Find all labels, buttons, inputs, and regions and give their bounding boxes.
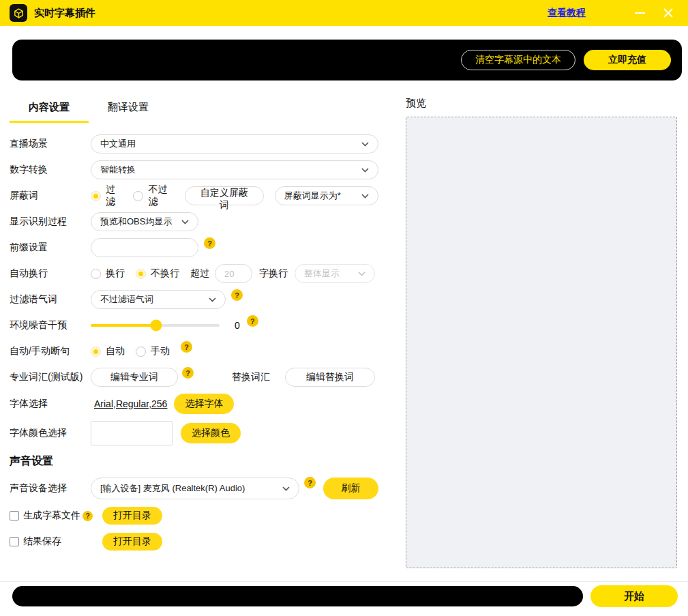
status-display-pill	[12, 586, 583, 606]
live-scene-label: 直播场景	[10, 138, 91, 150]
open-subtitle-dir-button[interactable]: 打开目录	[102, 507, 162, 525]
live-scene-select[interactable]: 中文通用	[91, 134, 378, 153]
sound-device-select[interactable]: [输入设备] 麦克风 (Realtek(R) Audio)	[91, 478, 299, 499]
clear-subtitle-source-button[interactable]: 清空字幕源中的文本	[461, 50, 575, 70]
settings-tabs: 内容设置 翻译设置	[10, 97, 378, 123]
noise-slider-fill	[91, 324, 156, 327]
manual-punctuation-radio[interactable]: 手动	[136, 345, 170, 357]
font-color-input[interactable]	[91, 421, 173, 445]
subtitle-file-row: 生成字幕文件 打开目录	[10, 505, 378, 526]
auto-wrap-row: 自动换行 换行 不换行 超过 字换行 整体显示	[10, 263, 378, 284]
font-color-row: 字体颜色选择 选择颜色	[10, 420, 378, 446]
close-button[interactable]	[658, 3, 678, 23]
punctuation-label: 自动/手动断句	[10, 345, 91, 357]
preview-heading: 预览	[406, 97, 678, 110]
number-convert-select[interactable]: 智能转换	[91, 160, 378, 179]
open-result-dir-button[interactable]: 打开目录	[102, 533, 162, 551]
punctuation-help-icon[interactable]	[181, 341, 192, 353]
footer-bar: 开始	[0, 581, 688, 616]
blocked-words-label: 屏蔽词	[10, 190, 91, 202]
pro-vocab-help-icon[interactable]	[182, 367, 194, 379]
show-process-select[interactable]: 预览和OBS均显示	[91, 212, 198, 231]
sound-device-help-icon[interactable]	[304, 477, 316, 488]
chars-wrap-label: 字换行	[259, 267, 288, 280]
wrap-radio[interactable]: 换行	[91, 267, 125, 280]
punctuation-row: 自动/手动断句 自动 手动	[10, 341, 378, 362]
noise-row: 环境噪音干预 0	[10, 315, 378, 336]
choose-font-button[interactable]: 选择字体	[174, 394, 234, 414]
show-process-value: 预览和OBS均显示	[100, 216, 172, 228]
filler-words-row: 过滤语气词 不过滤语气词	[10, 289, 378, 310]
preview-area	[406, 117, 677, 568]
prefix-row: 前缀设置	[10, 237, 378, 258]
app-title: 实时字幕插件	[34, 7, 95, 20]
auto-punctuation-radio[interactable]: 自动	[91, 345, 125, 357]
cube-icon	[13, 8, 25, 19]
prefix-help-icon[interactable]	[204, 237, 215, 249]
tab-translation-settings[interactable]: 翻译设置	[89, 97, 168, 123]
blocked-display-as-value: 屏蔽词显示为*	[284, 190, 341, 202]
chevron-down-icon	[181, 220, 189, 224]
close-icon	[663, 8, 673, 18]
edit-replace-vocab-button[interactable]: 编辑替换词	[285, 368, 375, 387]
noise-value: 0	[235, 320, 240, 331]
number-convert-label: 数字转换	[10, 164, 91, 176]
font-select-label: 字体选择	[10, 398, 91, 410]
app-window: 实时字幕插件 查看教程 清空字幕源中的文本 立即充值 内容设置 翻译设置 直播场…	[0, 0, 688, 616]
noise-slider[interactable]	[91, 324, 220, 327]
choose-color-button[interactable]: 选择颜色	[181, 423, 241, 443]
custom-blocked-words-button[interactable]: 自定义屏蔽词	[185, 186, 264, 205]
minimize-button[interactable]	[629, 3, 650, 23]
blocked-filter-radio[interactable]: 过滤	[91, 184, 122, 208]
chevron-down-icon	[282, 486, 290, 491]
sound-device-label: 声音设备选择	[10, 482, 91, 495]
font-color-label: 字体颜色选择	[10, 427, 91, 439]
show-process-row: 显示识别过程 预览和OBS均显示	[10, 211, 378, 232]
number-convert-value: 智能转换	[100, 164, 136, 176]
titlebar: 实时字幕插件 查看教程	[0, 0, 688, 26]
filler-words-select[interactable]: 不过滤语气词	[91, 290, 226, 309]
start-button[interactable]: 开始	[590, 585, 678, 607]
settings-column: 内容设置 翻译设置 直播场景 中文通用 数字转换 智能转换	[10, 80, 378, 581]
tab-content-settings[interactable]: 内容设置	[10, 97, 89, 123]
subtitle-file-checkbox[interactable]	[10, 511, 19, 520]
pro-vocab-label: 专业词汇(测试版)	[10, 371, 91, 383]
replace-vocab-label: 替换词汇	[232, 371, 270, 383]
prefix-input[interactable]	[91, 238, 198, 257]
recharge-button[interactable]: 立即充值	[584, 50, 671, 70]
noise-help-icon[interactable]	[247, 315, 258, 327]
subtitle-file-help-icon[interactable]	[83, 511, 93, 521]
subtitle-file-check-group: 生成字幕文件	[10, 510, 93, 522]
live-scene-row: 直播场景 中文通用	[10, 134, 378, 154]
edit-pro-vocab-button[interactable]: 编辑专业词	[91, 368, 178, 387]
radio-unchecked-icon	[91, 269, 101, 279]
wrap-display-mode-value: 整体显示	[304, 267, 340, 280]
subtitle-file-label: 生成字幕文件	[23, 510, 80, 522]
chevron-down-icon	[361, 194, 369, 199]
radio-unchecked-icon	[136, 347, 146, 357]
filler-words-help-icon[interactable]	[231, 289, 243, 301]
chevron-down-icon	[209, 297, 216, 302]
chevron-down-icon	[361, 168, 369, 173]
current-font-link[interactable]: Arial,Regular,256	[94, 398, 167, 409]
no-wrap-radio[interactable]: 不换行	[136, 267, 179, 280]
result-save-checkbox[interactable]	[10, 537, 19, 546]
refresh-devices-button[interactable]: 刷新	[323, 478, 378, 499]
result-save-label: 结果保存	[23, 536, 61, 548]
radio-checked-icon	[91, 347, 101, 357]
chevron-down-icon	[361, 142, 369, 147]
sound-device-row: 声音设备选择 [输入设备] 麦克风 (Realtek(R) Audio) 刷新	[10, 477, 378, 500]
wrap-count-input[interactable]	[215, 264, 252, 283]
pro-vocab-row: 专业词汇(测试版) 编辑专业词 替换词汇 编辑替换词	[10, 367, 378, 387]
radio-checked-icon	[91, 191, 101, 201]
filler-words-value: 不过滤语气词	[100, 293, 153, 306]
main-content: 内容设置 翻译设置 直播场景 中文通用 数字转换 智能转换	[0, 80, 688, 581]
blocked-no-filter-radio[interactable]: 不过滤	[133, 184, 173, 208]
auto-wrap-label: 自动换行	[10, 267, 91, 280]
chevron-down-icon	[358, 272, 365, 276]
wrap-display-mode-select[interactable]: 整体显示	[295, 264, 375, 283]
show-process-label: 显示识别过程	[10, 216, 91, 228]
blocked-display-as-select[interactable]: 屏蔽词显示为*	[275, 186, 378, 205]
noise-slider-thumb[interactable]	[151, 320, 162, 332]
view-tutorial-link[interactable]: 查看教程	[548, 7, 586, 19]
